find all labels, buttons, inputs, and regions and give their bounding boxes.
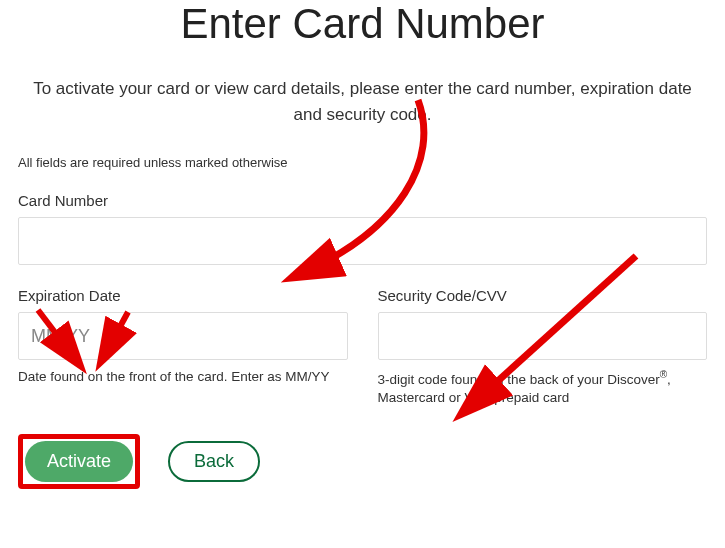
card-number-input[interactable] — [18, 217, 707, 265]
security-code-label: Security Code/CVV — [378, 287, 708, 304]
expiration-date-label: Expiration Date — [18, 287, 348, 304]
card-number-label: Card Number — [18, 192, 707, 209]
activate-highlight-box: Activate — [18, 434, 140, 489]
page-subtitle: To activate your card or view card detai… — [32, 76, 693, 127]
page-title: Enter Card Number — [18, 0, 707, 48]
security-code-input[interactable] — [378, 312, 708, 360]
security-code-helper-text: 3-digit code found on the back of your D… — [378, 368, 708, 408]
expiration-helper-text: Date found on the front of the card. Ent… — [18, 368, 348, 387]
activate-button[interactable]: Activate — [25, 441, 133, 482]
expiration-date-input[interactable] — [18, 312, 348, 360]
back-button[interactable]: Back — [168, 441, 260, 482]
required-fields-note: All fields are required unless marked ot… — [18, 155, 707, 170]
